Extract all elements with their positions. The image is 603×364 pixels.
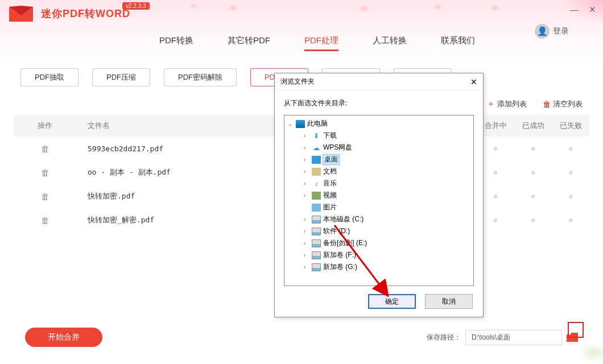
disk-icon <box>312 263 321 271</box>
status-done: ● <box>514 167 552 177</box>
start-merge-button[interactable]: 开始合并 <box>25 328 102 347</box>
status-fail: ● <box>552 143 589 154</box>
subnav-button[interactable]: PDF压缩 <box>92 68 150 86</box>
row-delete-button[interactable]: 🗑 <box>14 216 76 225</box>
status-done: ● <box>514 215 552 225</box>
tree-item[interactable]: ›本地磁盘 (C:) <box>296 213 472 225</box>
tree-item[interactable]: ›☁WPS网盘 <box>296 142 472 154</box>
browse-folder-dialog: 浏览文件夹 ✕ 从下面选文件夹目录: ⌄此电脑 ›⬇下载›☁WPS网盘›桌面›文… <box>274 73 484 317</box>
dialog-title: 浏览文件夹 <box>280 77 315 86</box>
tree-item[interactable]: ›备份[勿删] (E:) <box>296 237 472 249</box>
nav-tab[interactable]: 联系我们 <box>441 35 475 51</box>
login-link[interactable]: 登录 <box>553 26 569 36</box>
tree-item[interactable]: ›软件 (D:) <box>296 225 472 237</box>
browse-folder-icon[interactable] <box>567 333 578 342</box>
row-delete-button[interactable]: 🗑 <box>14 144 76 154</box>
tree-item[interactable]: ›新加卷 (G:) <box>296 261 472 273</box>
disk-icon <box>312 239 321 247</box>
add-list-button[interactable]: ＋添加列表 <box>487 99 527 109</box>
tree-item[interactable]: ›新加卷 (F:) <box>296 249 472 261</box>
app-logo <box>7 2 35 25</box>
tree-item[interactable]: ›文档 <box>296 166 472 177</box>
nav-tab[interactable]: 人工转换 <box>373 35 407 51</box>
doc-icon <box>312 168 321 176</box>
app-title: 迷你PDF转WORD <box>41 7 130 20</box>
status-fail: ● <box>552 167 589 177</box>
nav-tab[interactable]: PDF处理 <box>304 35 338 51</box>
wps-icon: ☁ <box>312 144 321 152</box>
close-button[interactable]: ✕ <box>589 5 596 15</box>
tree-item[interactable]: ›♪音乐 <box>296 177 472 189</box>
dialog-prompt: 从下面选文件夹目录: <box>284 98 474 108</box>
dialog-close-button[interactable]: ✕ <box>470 77 477 86</box>
dialog-ok-button[interactable]: 确定 <box>368 294 416 309</box>
status-done: ● <box>514 143 552 154</box>
vid-icon <box>312 192 321 200</box>
main-nav: PDF转换其它转PDFPDF处理人工转换联系我们 <box>0 27 603 58</box>
mus-icon: ♪ <box>312 180 321 188</box>
desk-icon <box>312 156 321 164</box>
save-path-label: 保存路径： <box>427 333 461 342</box>
dl-icon: ⬇ <box>312 132 321 140</box>
tree-item[interactable]: ›视频 <box>296 189 472 201</box>
avatar-icon[interactable]: 👤 <box>535 24 550 39</box>
subnav-button[interactable]: PDF密码解除 <box>164 68 237 86</box>
subnav-button[interactable]: PDF抽取 <box>20 68 79 86</box>
pic-icon <box>312 204 321 212</box>
dialog-cancel-button[interactable]: 取消 <box>425 294 473 309</box>
disk-icon <box>312 216 321 224</box>
clear-list-button[interactable]: 🗑清空列表 <box>543 99 583 109</box>
nav-tab[interactable]: PDF转换 <box>159 35 193 51</box>
status-fail: ● <box>552 215 589 225</box>
disk-icon <box>312 251 321 259</box>
tree-item[interactable]: ›桌面 <box>296 154 472 166</box>
nav-tab[interactable]: 其它转PDF <box>228 35 270 51</box>
tree-item[interactable]: 图片 <box>296 201 472 213</box>
disk-icon <box>312 228 321 235</box>
folder-tree[interactable]: ⌄此电脑 ›⬇下载›☁WPS网盘›桌面›文档›♪音乐›视频 图片›本地磁盘 (C… <box>284 115 474 286</box>
row-delete-button[interactable]: 🗑 <box>14 168 76 177</box>
plus-icon: ＋ <box>487 99 495 109</box>
pc-icon <box>296 120 305 128</box>
version-badge: v2.2.3.3 <box>122 2 150 10</box>
status-fail: ● <box>552 191 589 201</box>
save-path-value: D:\tools\桌面 <box>465 330 562 345</box>
trash-icon: 🗑 <box>543 100 551 109</box>
tree-item[interactable]: ›⬇下载 <box>296 130 472 142</box>
minimize-button[interactable]: — <box>570 5 579 15</box>
status-done: ● <box>514 191 552 201</box>
row-delete-button[interactable]: 🗑 <box>14 192 76 201</box>
